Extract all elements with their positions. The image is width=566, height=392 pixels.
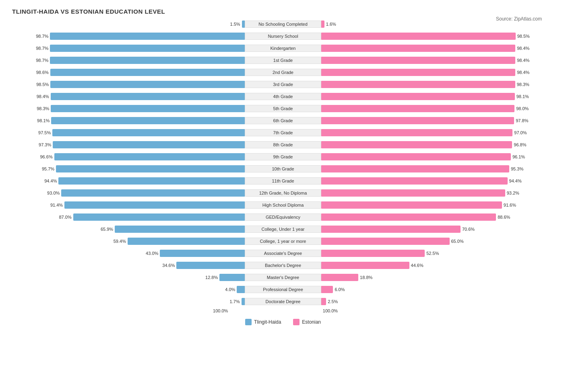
chart-row: 4.0% Professional Degree 6.0% — [12, 284, 554, 295]
right-bar-wrap: 91.6% — [321, 201, 554, 209]
right-value: 6.0% — [335, 287, 350, 292]
left-bar-wrap: 98.5% — [12, 81, 245, 88]
left-bar — [50, 69, 245, 76]
right-bar-wrap: 98.4% — [321, 69, 554, 76]
right-value: 88.6% — [498, 215, 513, 220]
left-bar-wrap: 91.4% — [12, 201, 245, 209]
right-bar-wrap: 95.3% — [321, 165, 554, 172]
left-bar-wrap: 98.3% — [12, 105, 245, 112]
row-label: Associate's Degree — [245, 250, 321, 257]
legend-tlingit: Tlingit-Haida — [245, 319, 281, 325]
right-bar-wrap: 98.3% — [321, 81, 554, 88]
chart-row: 98.5% 3rd Grade 98.3% — [12, 79, 554, 90]
left-bar — [242, 298, 245, 305]
left-value: 97.3% — [36, 142, 51, 147]
right-bar — [321, 286, 333, 293]
legend-estonian: Estonian — [293, 319, 321, 325]
right-bar — [321, 153, 511, 160]
right-bar — [321, 213, 496, 221]
right-bar-wrap: 96.1% — [321, 153, 554, 160]
row-label: Professional Degree — [245, 286, 321, 293]
left-bar — [61, 189, 245, 197]
chart-row: 98.7% 1st Grade 98.4% — [12, 55, 554, 66]
left-value: 98.3% — [34, 106, 49, 111]
right-bar — [321, 141, 512, 148]
right-value: 1.6% — [326, 22, 341, 27]
left-bar-wrap: 98.7% — [12, 33, 245, 40]
row-label: 11th Grade — [245, 177, 321, 185]
axis-right: 100.0% — [321, 308, 554, 313]
left-bar — [115, 226, 245, 233]
estonian-color-box — [293, 319, 300, 325]
chart-row: 91.4% High School Diploma 91.6% — [12, 200, 554, 210]
left-bar-wrap: 87.0% — [12, 213, 245, 221]
chart-row: 43.0% Associate's Degree 52.5% — [12, 248, 554, 259]
left-bar-wrap: 93.0% — [12, 189, 245, 197]
right-value: 96.1% — [512, 154, 528, 159]
right-bar — [321, 81, 515, 88]
left-value: 94.4% — [41, 179, 57, 183]
right-value: 95.3% — [511, 166, 526, 171]
right-value: 98.4% — [517, 70, 532, 75]
right-value: 18.8% — [360, 275, 375, 280]
left-value: 43.0% — [143, 251, 158, 256]
left-bar — [64, 201, 245, 209]
left-bar — [160, 250, 245, 257]
right-bar — [321, 250, 425, 257]
right-bar-wrap: 88.6% — [321, 213, 554, 221]
chart-row: 34.6% Bachelor's Degree 44.6% — [12, 260, 554, 271]
left-bar — [50, 45, 245, 52]
left-bar-wrap: 96.6% — [12, 153, 245, 160]
left-value: 91.4% — [48, 203, 63, 207]
chart-row: 98.6% 2nd Grade 98.4% — [12, 67, 554, 78]
row-label: College, 1 year or more — [245, 238, 321, 245]
left-value: 4.0% — [220, 287, 235, 292]
axis-right-label: 100.0% — [323, 308, 338, 313]
chart-legend: Tlingit-Haida Estonian — [12, 319, 554, 325]
row-label: Master's Degree — [245, 274, 321, 281]
row-label: 2nd Grade — [245, 69, 321, 76]
chart-row: 95.7% 10th Grade 95.3% — [12, 164, 554, 174]
row-label: GED/Equivalency — [245, 213, 321, 221]
left-value: 12.8% — [202, 275, 218, 280]
left-value: 97.5% — [35, 130, 51, 135]
chart-row: 97.3% 8th Grade 96.8% — [12, 140, 554, 150]
right-bar-wrap: 98.4% — [321, 57, 554, 64]
left-bar — [242, 21, 245, 28]
left-bar — [53, 141, 245, 148]
right-value: 52.5% — [426, 251, 442, 256]
chart-row: 98.7% Kindergarten 98.4% — [12, 43, 554, 53]
right-bar-wrap: 52.5% — [321, 250, 554, 257]
right-bar — [321, 117, 514, 124]
left-bar — [73, 213, 245, 221]
right-bar — [321, 226, 461, 233]
row-label: 10th Grade — [245, 165, 321, 172]
left-bar — [58, 177, 245, 185]
chart-row: 12.8% Master's Degree 18.8% — [12, 272, 554, 283]
right-value: 91.6% — [504, 203, 519, 207]
left-bar — [51, 93, 245, 100]
chart-row: 87.0% GED/Equivalency 88.6% — [12, 212, 554, 222]
chart-row: 96.6% 9th Grade 96.1% — [12, 152, 554, 162]
left-bar — [54, 153, 245, 160]
row-label: 7th Grade — [245, 129, 321, 136]
left-bar — [219, 274, 245, 281]
right-bar — [321, 238, 450, 245]
right-bar-wrap: 98.5% — [321, 33, 554, 40]
left-value: 95.7% — [39, 166, 54, 171]
right-bar — [321, 93, 515, 100]
chart-row: 98.7% Nursery School 98.5% — [12, 31, 554, 41]
right-value: 98.1% — [516, 94, 532, 99]
right-value: 70.6% — [462, 227, 477, 232]
left-value: 98.7% — [33, 58, 48, 63]
left-bar — [176, 262, 245, 269]
left-bar-wrap: 12.8% — [12, 274, 245, 281]
right-bar-wrap: 44.6% — [321, 262, 554, 269]
left-value: 1.7% — [225, 299, 240, 304]
chart-title: TLINGIT-HAIDA VS ESTONIAN EDUCATION LEVE… — [12, 8, 554, 15]
left-bar-wrap: 43.0% — [12, 250, 245, 257]
axis-left: 100.0% — [12, 308, 245, 313]
left-bar-wrap: 95.7% — [12, 165, 245, 172]
right-value: 97.8% — [516, 118, 531, 123]
right-bar-wrap: 18.8% — [321, 274, 554, 281]
